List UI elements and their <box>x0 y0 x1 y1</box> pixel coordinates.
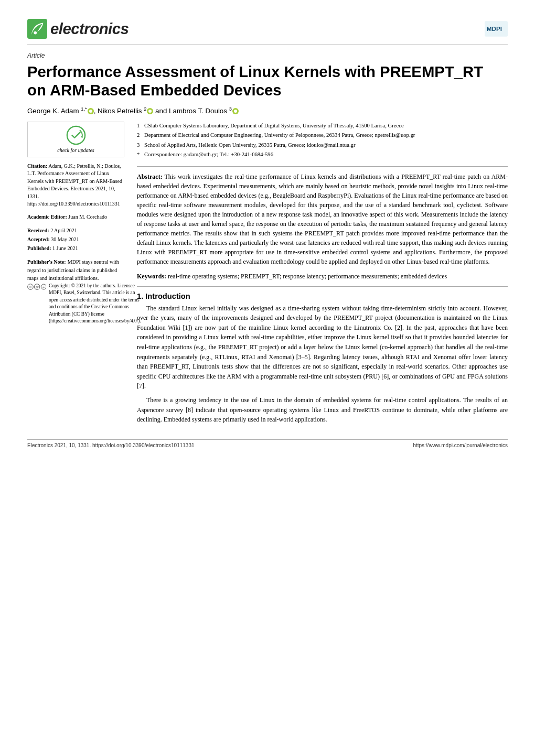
check-for-updates-label: check for updates <box>57 147 94 154</box>
accepted-line: Accepted: 30 May 2021 <box>27 235 124 244</box>
main-content: check for updates Citation: Adam, G.K.; … <box>27 122 508 429</box>
article-label: Article <box>27 52 508 59</box>
footer-left: Electronics 2021, 10, 1331. https://doi.… <box>27 442 195 448</box>
svg-text:©: © <box>29 285 32 288</box>
section-divider-1 <box>137 166 508 167</box>
keywords-section: Keywords: real-time operating systems; P… <box>137 272 508 281</box>
intro-paragraph-1: The standard Linux kernel initially was … <box>137 304 508 391</box>
affiliation-1: 1 CSlab Computer Systems Laboratory, Dep… <box>137 122 508 129</box>
authors-line: George K. Adam 1,*, Nikos Petrellis 2 an… <box>27 106 508 115</box>
svg-text:BY: BY <box>36 285 40 288</box>
correspondence: * Correspondence: gadam@uth.gr; Tel.: +3… <box>137 150 508 158</box>
citation-label: Citation: <box>27 163 47 169</box>
orcid-icon-2 <box>147 108 153 114</box>
affiliations: 1 CSlab Computer Systems Laboratory, Dep… <box>137 122 508 159</box>
citation-text: Adam, G.K.; Petrellis, N.; Doulos, L.T. … <box>27 163 122 207</box>
page-footer: Electronics 2021, 10, 1331. https://doi.… <box>27 439 508 448</box>
correspondence-text: Correspondence: gadam@uth.gr; Tel.: +30-… <box>144 152 273 157</box>
abstract-section: Abstract: This work investigates the rea… <box>137 172 508 266</box>
published-label: Published: <box>27 245 51 251</box>
svg-point-1 <box>34 31 37 35</box>
keywords-label: Keywords: <box>137 273 166 280</box>
affiliation-2-text: Department of Electrical and Computer En… <box>144 132 415 138</box>
cc-icon: © BY ⊕ <box>27 283 46 290</box>
journal-leaf-icon <box>27 19 47 39</box>
accepted-date: 30 May 2021 <box>51 236 79 242</box>
journal-name: electronics <box>50 20 129 38</box>
received-label: Received: <box>27 228 49 233</box>
right-column: 1 CSlab Computer Systems Laboratory, Dep… <box>137 122 508 429</box>
dates-box: Received: 2 April 2021 Accepted: 30 May … <box>27 226 124 253</box>
academic-editor: Academic Editor: Juan M. Corchado <box>27 213 124 221</box>
cc-license-box: © BY ⊕ Copyright: © 2021 by the authors.… <box>27 283 124 325</box>
svg-rect-0 <box>27 19 47 39</box>
copyright-text: Copyright: © 2021 by the authors. Licens… <box>49 283 141 325</box>
journal-header: electronics MDPI <box>27 19 508 45</box>
abstract-label: Abstract: <box>137 173 163 180</box>
accepted-label: Accepted: <box>27 236 50 242</box>
svg-text:MDPI: MDPI <box>487 25 502 32</box>
svg-text:⊕: ⊕ <box>42 285 45 288</box>
abstract-text: This work investigates the real-time per… <box>137 173 508 265</box>
academic-editor-label: Academic Editor: <box>27 214 67 220</box>
check-for-updates-box: check for updates <box>27 122 124 157</box>
section-1-heading: 1. Introduction <box>137 292 508 300</box>
publisher-note: Publisher's Note: MDPI stays neutral wit… <box>27 258 124 283</box>
published-line: Published: 1 June 2021 <box>27 244 124 253</box>
left-column: check for updates Citation: Adam, G.K.; … <box>27 122 124 429</box>
orcid-icon-3 <box>232 108 239 114</box>
page: electronics MDPI Article Performance Ass… <box>0 0 535 756</box>
mdpi-logo: MDPI <box>485 19 508 39</box>
keywords-text: real-time operating systems; PREEMPT_RT;… <box>168 273 447 280</box>
check-updates-icon <box>66 125 86 145</box>
affiliation-3-text: School of Applied Arts, Hellenic Open Un… <box>144 142 355 148</box>
affiliation-2: 2 Department of Electrical and Computer … <box>137 131 508 139</box>
affiliation-3: 3 School of Applied Arts, Hellenic Open … <box>137 141 508 149</box>
received-line: Received: 2 April 2021 <box>27 226 124 235</box>
article-title: Performance Assessment of Linux Kernels … <box>27 62 508 99</box>
received-date: 2 April 2021 <box>50 228 77 233</box>
footer-right: https://www.mdpi.com/journal/electronics <box>413 442 508 448</box>
journal-logo: electronics <box>27 19 129 39</box>
academic-editor-name: Juan M. Corchado <box>68 214 107 220</box>
affiliation-1-text: CSlab Computer Systems Laboratory, Depar… <box>144 123 404 128</box>
orcid-icon-1 <box>88 108 94 114</box>
section-divider-2 <box>137 286 508 287</box>
published-date: 1 June 2021 <box>52 245 78 251</box>
citation-box: Citation: Adam, G.K.; Petrellis, N.; Dou… <box>27 163 124 208</box>
intro-paragraph-2: There is a growing tendency in the use o… <box>137 395 508 425</box>
